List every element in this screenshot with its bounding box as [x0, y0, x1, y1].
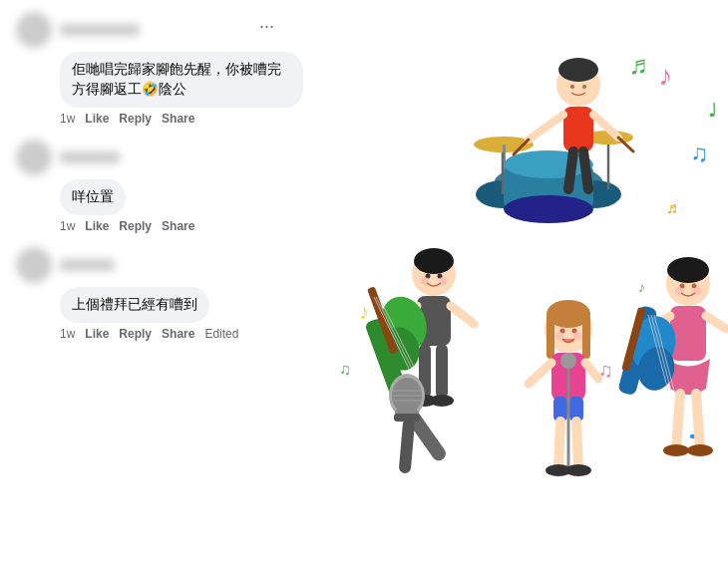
comment-bubble-1: 佢哋唱完歸家腳飽先醒，你被嘈完方得腳返工🤣陰公 [60, 52, 303, 108]
svg-rect-89 [399, 419, 416, 474]
main-container: 佢哋唱完歸家腳飽先醒，你被嘈完方得腳返工🤣陰公 1w Like Reply Sh… [0, 0, 728, 564]
svg-line-54 [585, 363, 598, 379]
reply-button-1[interactable]: Reply [119, 112, 152, 126]
comment-time-3: 1w [60, 327, 75, 341]
comments-section: 佢哋唱完歸家腳飽先醒，你被嘈完方得腳返工🤣陰公 1w Like Reply Sh… [0, 0, 319, 564]
comment-bubble-2: 咩位置 [60, 179, 126, 215]
svg-rect-44 [546, 314, 554, 359]
svg-point-48 [555, 332, 563, 340]
name-blur-3 [60, 259, 115, 271]
svg-point-60 [565, 464, 591, 476]
comment-header-3 [16, 247, 303, 283]
svg-rect-67 [670, 306, 706, 361]
svg-rect-15 [563, 107, 593, 151]
like-button-3[interactable]: Like [85, 327, 109, 341]
like-button-2[interactable]: Like [85, 219, 109, 233]
svg-point-10 [504, 195, 593, 223]
mic-music-note-1: ♪ [359, 301, 369, 324]
svg-line-71 [696, 394, 700, 448]
comment-bubble-3: 上個禮拜已經有嘈到 [60, 287, 209, 323]
comment-text-1: 佢哋唱完歸家腳飽先醒，你被嘈完方得腳返工🤣陰公 [72, 62, 281, 97]
mic-music-note-2: ♫ [339, 361, 351, 379]
share-button-3[interactable]: Share [162, 327, 194, 341]
avatar-2 [16, 140, 52, 175]
svg-point-23 [414, 248, 454, 274]
svg-line-21 [583, 151, 588, 189]
avatar-3 [16, 247, 52, 283]
comment-actions-2: 1w Like Reply Share [60, 219, 303, 233]
svg-line-30 [451, 306, 474, 324]
svg-line-70 [676, 394, 680, 448]
svg-point-62 [667, 257, 709, 283]
name-blur-1 [60, 24, 140, 36]
comment-block-3: 上個禮拜已經有嘈到 1w Like Reply Share Edited [16, 247, 303, 341]
svg-point-73 [687, 444, 713, 456]
svg-line-16 [529, 115, 563, 140]
microphone-illustration: ♪ ♫ [369, 341, 489, 484]
comment-text-2: 咩位置 [72, 189, 114, 204]
comment-text-3: 上個禮拜已經有嘈到 [72, 297, 197, 312]
reply-button-3[interactable]: Reply [119, 327, 152, 341]
svg-line-53 [529, 363, 551, 384]
svg-point-56 [560, 353, 576, 369]
svg-line-20 [568, 151, 573, 189]
reply-button-2[interactable]: Reply [119, 219, 152, 233]
mic-svg [369, 341, 489, 480]
comment-time-1: 1w [60, 112, 75, 126]
svg-point-72 [663, 444, 689, 456]
comment-actions-3: 1w Like Reply Share Edited [60, 327, 303, 341]
avatar-1 [16, 12, 52, 48]
name-blur-2 [60, 151, 120, 163]
svg-point-12 [558, 58, 598, 82]
share-button-2[interactable]: Share [162, 219, 194, 233]
svg-point-13 [570, 85, 574, 89]
svg-rect-45 [582, 314, 590, 359]
comment-block-2: 咩位置 1w Like Reply Share [16, 140, 303, 233]
edited-label-3: Edited [204, 327, 238, 341]
comment-header-2 [16, 140, 303, 175]
svg-line-58 [576, 422, 578, 468]
svg-line-57 [558, 422, 560, 468]
svg-point-14 [582, 85, 586, 89]
svg-point-49 [573, 332, 581, 340]
comment-time-2: 1w [60, 219, 75, 233]
illustration-area: ♪ ♩ ♫ ♬ ♪ ♫ ♩ ♬ [319, 0, 728, 564]
like-button-1[interactable]: Like [85, 112, 109, 126]
more-options-button[interactable]: ··· [259, 16, 274, 37]
comment-actions-1: 1w Like Reply Share [60, 112, 303, 126]
svg-line-69 [706, 316, 726, 329]
share-button-1[interactable]: Share [162, 112, 194, 126]
